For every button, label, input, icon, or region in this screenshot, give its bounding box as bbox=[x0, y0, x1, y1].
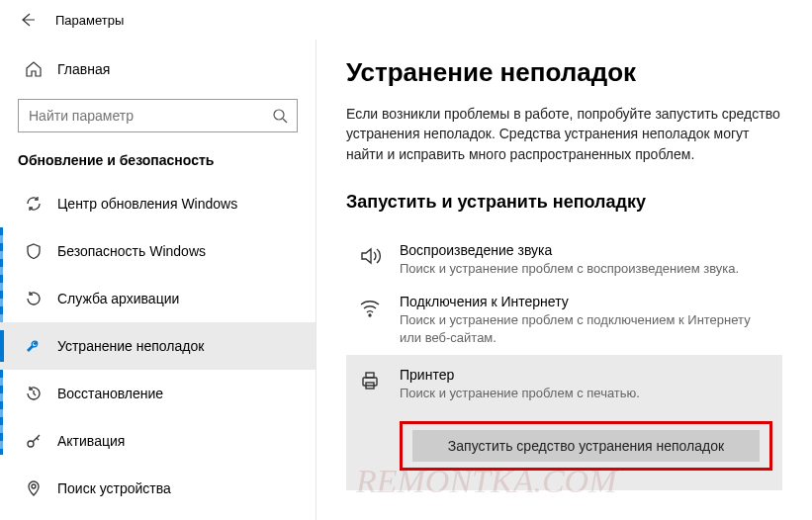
search-icon bbox=[263, 108, 297, 124]
troubleshoot-title: Подключения к Интернету bbox=[400, 294, 772, 309]
key-icon bbox=[24, 432, 44, 450]
svg-point-0 bbox=[274, 110, 284, 120]
back-button[interactable] bbox=[12, 4, 44, 36]
sidebar-item-security[interactable]: Безопасность Windows bbox=[0, 227, 316, 275]
sync-icon bbox=[24, 195, 44, 213]
sidebar-item-label: Активация bbox=[57, 433, 125, 449]
section-heading: Запустить и устранить неполадку bbox=[346, 192, 782, 213]
search-input[interactable] bbox=[19, 100, 263, 131]
shield-icon bbox=[24, 242, 44, 260]
troubleshoot-title: Принтер bbox=[400, 367, 772, 383]
search-box[interactable] bbox=[18, 99, 298, 132]
printer-icon bbox=[356, 367, 384, 470]
svg-point-3 bbox=[369, 314, 371, 316]
troubleshoot-desc: Поиск и устранение проблем с воспроизвед… bbox=[400, 260, 772, 278]
sidebar-section-title: Обновление и безопасность bbox=[0, 146, 316, 180]
location-icon bbox=[24, 479, 44, 497]
troubleshoot-printer[interactable]: Принтер Поиск и устранение проблем с печ… bbox=[346, 355, 782, 489]
sidebar-item-label: Безопасность Windows bbox=[57, 243, 206, 259]
home-icon bbox=[24, 60, 44, 78]
sidebar-nav: Центр обновления Windows Безопасность Wi… bbox=[0, 180, 316, 512]
wrench-icon bbox=[24, 337, 44, 355]
troubleshoot-internet[interactable]: Подключения к Интернету Поиск и устранен… bbox=[346, 286, 782, 355]
sidebar-item-label: Устранение неполадок bbox=[57, 338, 204, 354]
sidebar-item-label: Центр обновления Windows bbox=[57, 196, 237, 212]
sidebar-item-activation[interactable]: Активация bbox=[0, 417, 316, 465]
sidebar-item-find-device[interactable]: Поиск устройства bbox=[0, 465, 316, 512]
svg-point-2 bbox=[32, 484, 36, 488]
run-highlight: Запустить средство устранения неполадок bbox=[400, 421, 772, 471]
run-troubleshooter-button[interactable]: Запустить средство устранения неполадок bbox=[412, 430, 760, 462]
sidebar-item-update[interactable]: Центр обновления Windows bbox=[0, 180, 316, 227]
troubleshoot-desc: Поиск и устранение проблем с печатью. bbox=[400, 385, 772, 402]
sidebar-item-label: Служба архивации bbox=[57, 291, 179, 306]
troubleshoot-audio[interactable]: Воспроизведение звука Поиск и устранение… bbox=[346, 234, 782, 286]
svg-rect-4 bbox=[363, 378, 377, 386]
speaker-icon bbox=[356, 242, 384, 278]
troubleshoot-desc: Поиск и устранение проблем с подключение… bbox=[400, 311, 772, 347]
arrow-left-icon bbox=[20, 12, 36, 28]
sidebar-home[interactable]: Главная bbox=[0, 49, 316, 89]
page-lead: Если возникли проблемы в работе, попробу… bbox=[346, 104, 781, 164]
svg-rect-5 bbox=[366, 373, 374, 378]
troubleshoot-title: Воспроизведение звука bbox=[400, 242, 772, 258]
page-heading: Устранение неполадок bbox=[346, 57, 782, 88]
troubleshooter-list: Воспроизведение звука Поиск и устранение… bbox=[346, 234, 782, 490]
sidebar-item-label: Восстановление bbox=[57, 386, 163, 401]
sidebar-item-recovery[interactable]: Восстановление bbox=[0, 370, 316, 417]
backup-icon bbox=[24, 290, 44, 307]
wifi-icon bbox=[356, 294, 384, 347]
recovery-icon bbox=[24, 385, 44, 402]
svg-point-1 bbox=[28, 441, 34, 447]
sidebar-item-label: Поиск устройства bbox=[57, 480, 171, 496]
sidebar: Главная Обновление и безопасность Центр … bbox=[0, 40, 316, 520]
sidebar-home-label: Главная bbox=[57, 61, 110, 77]
sidebar-item-troubleshoot[interactable]: Устранение неполадок bbox=[0, 322, 316, 370]
content-area: Устранение неполадок Если возникли пробл… bbox=[316, 40, 812, 520]
titlebar: Параметры bbox=[0, 0, 812, 40]
sidebar-item-backup[interactable]: Служба архивации bbox=[0, 275, 316, 322]
window-title: Параметры bbox=[55, 13, 124, 28]
